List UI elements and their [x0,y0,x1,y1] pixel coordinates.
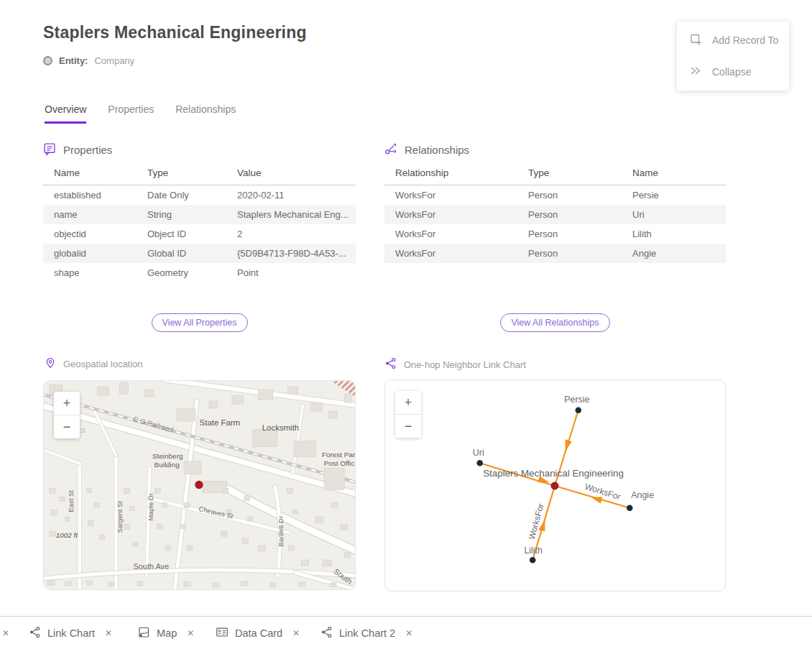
table-cell: globalid [43,244,137,263]
map-label: Bartlett Dr [277,516,285,546]
map-label: Steinberg [152,452,183,460]
close-icon[interactable]: ✕ [187,628,194,638]
view-all-properties-button[interactable]: View All Properties [152,313,248,332]
partial-tab-close-icon[interactable]: ✕ [2,628,9,638]
link-chart-icon [320,626,333,640]
record-link[interactable]: Angie [622,244,726,263]
close-icon[interactable]: ✕ [405,628,412,638]
data-card-page: Staplers Mechanical Engineering Entity: … [0,0,812,649]
relationships-table: RelationshipTypeName WorksForPersonPersi… [384,165,726,263]
node-label: Persie [564,395,589,405]
column-header: Type [137,165,226,185]
table-cell: Staplers Mechanical Eng... [226,205,356,224]
node-label: Uri [473,448,484,458]
link-chart-icon [29,626,41,640]
close-icon[interactable]: ✕ [292,628,300,638]
map-icon [138,626,150,640]
basemap: rbouropaedicsC G RailroadState FarmLocks… [44,381,355,589]
table-cell: name [43,205,137,224]
bottom-tab-map[interactable]: Map ✕ [138,617,194,649]
link-chart-section-title: One-hop Neighbor Link Chart [404,359,526,370]
map-label: Sargent St [116,501,124,533]
map-location-marker[interactable] [195,481,203,488]
table-cell: Object ID [137,224,226,244]
bottom-tab-data-card[interactable]: Data Card ✕ [216,617,300,649]
table-cell: 2 [226,224,356,244]
bottom-tab-label: Link Chart 2 [339,627,395,639]
relationships-button-row: View All Relationships [384,313,726,332]
properties-button-row: View All Properties [43,313,356,332]
table-cell: Global ID [137,244,226,263]
bottom-tab-link-chart[interactable]: Link Chart ✕ [29,617,112,649]
chart-zoom-out-button[interactable]: − [395,415,421,438]
record-link[interactable]: Uri [622,205,726,224]
map-label: East St [67,490,75,512]
table-cell: shape [43,263,137,282]
table-cell: Person [517,224,622,244]
bottom-tab-label: Data Card [235,627,282,639]
geospatial-section-title: Geospatial location [63,359,143,369]
map-label: State Farm [200,418,241,427]
map-zoom-out-button[interactable]: − [54,415,80,438]
column-header: Relationship [384,165,517,185]
map-label: 1002 ft [56,531,79,539]
table-row: globalidGlobal ID{5D9B4713-F98D-4A53-... [43,244,356,263]
table-cell: objectid [43,224,137,244]
graph-node[interactable] [627,505,633,512]
chart-zoom-in-button[interactable]: + [395,391,421,414]
table-row: WorksForPersonUri [384,205,726,224]
view-all-relationships-button[interactable]: View All Relationships [500,313,609,332]
map-label: Forest Par [322,451,355,459]
record-link[interactable]: WorksFor [384,185,517,206]
table-row: establishedDate Only2020-02-11 [43,185,356,206]
link-chart-section-header: One-hop Neighbor Link Chart [384,357,526,372]
bottom-tab-bar: ✕ Link Chart ✕ Map ✕ Data Card ✕ [0,616,812,649]
data-card-icon [216,626,229,640]
node-label: Lilith [524,546,543,556]
link-chart-canvas: WorksForWorksForPersieUriAngieLilithStap… [385,380,725,591]
one-hop-link-chart[interactable]: + − WorksForWorksForPersieUriAngieLilith… [384,379,726,592]
relationships-section-header: Relationships [384,142,469,157]
table-cell: Person [517,185,622,206]
table-row: objectidObject ID2 [43,224,356,244]
center-graph-node[interactable] [551,482,558,489]
bottom-tab-label: Link Chart [47,627,95,639]
table-row: nameStringStaplers Mechanical Eng... [43,205,356,224]
record-link[interactable]: WorksFor [384,244,517,263]
edge-label: WorksFor [583,482,622,502]
table-header-row: RelationshipTypeName [384,165,726,185]
bottom-tab-link-chart-2[interactable]: Link Chart 2 ✕ [320,617,412,649]
link-chart-icon [384,357,397,372]
table-row: shapeGeometryPoint [43,263,356,282]
table-cell: Date Only [137,185,226,206]
table-row: WorksForPersonPersie [384,185,726,206]
table-row: WorksForPersonLilith [384,224,726,244]
map-label: Maple Dr [147,493,154,520]
graph-node[interactable] [476,460,483,466]
column-header: Type [517,165,622,185]
close-icon[interactable]: ✕ [105,628,112,638]
record-link[interactable]: Lilith [622,224,726,244]
map-zoom-in-button[interactable]: + [54,392,80,415]
map-label: Post Offic [324,459,355,467]
map-zoom-control: + − [54,392,80,438]
geospatial-map[interactable]: + − [43,380,356,590]
record-link[interactable]: WorksFor [384,205,517,224]
column-header: Name [622,165,726,185]
graph-node[interactable] [576,407,582,413]
map-label: South Ave [133,562,169,571]
table-header-row: NameTypeValue [43,165,356,185]
chart-zoom-control: + − [395,391,421,438]
relationships-section-title: Relationships [405,144,469,156]
table-cell: String [137,205,226,224]
table-cell: Point [226,263,356,282]
table-cell: {5D9B4713-F98D-4A53-... [226,244,356,263]
edge-label: WorksFor [527,502,546,540]
table-cell: Geometry [137,263,226,282]
record-link[interactable]: Persie [622,185,726,206]
graph-node[interactable] [530,557,536,563]
properties-table: NameTypeValue establishedDate Only2020-0… [43,165,356,282]
record-link[interactable]: WorksFor [384,224,517,244]
column-header: Value [226,165,356,185]
relationships-icon [384,142,397,157]
